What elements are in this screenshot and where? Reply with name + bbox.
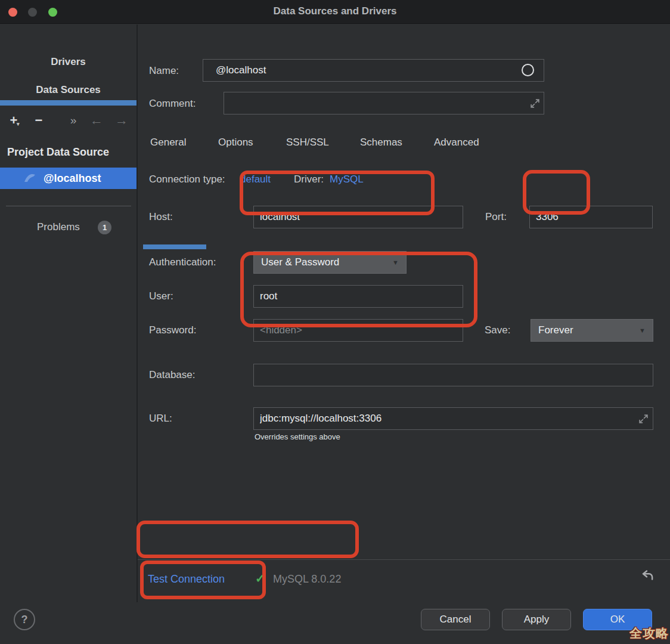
apply-button[interactable]: Apply [502, 609, 571, 630]
general-tab-underline [143, 244, 206, 249]
window-title: Data Sources and Drivers [0, 5, 670, 17]
minus-icon: − [35, 113, 43, 128]
tab-options[interactable]: Options [218, 137, 253, 148]
authentication-select[interactable]: User & Password ▼ [253, 251, 407, 274]
caret-down-icon: ▾ [17, 121, 20, 127]
watermark: 全攻略 [629, 625, 669, 642]
titlebar: Data Sources and Drivers [0, 0, 670, 24]
sidebar-tab-drivers[interactable]: Drivers [0, 56, 137, 68]
forward-button[interactable]: → [113, 113, 131, 128]
port-label: Port: [485, 211, 507, 223]
database-label: Database: [149, 369, 196, 381]
datasource-item-label: @localhost [44, 168, 101, 189]
arrow-left-icon: ← [90, 113, 103, 128]
mysql-icon [23, 171, 37, 185]
connection-status: MySQL 8.0.22 [273, 573, 341, 586]
sidebar-toolbar: + ▾ − » ← → [0, 110, 137, 133]
comment-label: Comment: [149, 98, 196, 110]
user-input[interactable] [253, 285, 463, 308]
chevron-down-icon: ▼ [639, 320, 646, 341]
tab-schemas[interactable]: Schemas [360, 137, 402, 148]
user-label: User: [149, 290, 173, 302]
url-hint: Overrides settings above [255, 432, 340, 441]
port-input[interactable] [529, 206, 653, 228]
sidebar-tab-data-sources[interactable]: Data Sources [0, 84, 137, 96]
save-select[interactable]: Forever ▼ [531, 319, 653, 342]
password-label: Password: [149, 324, 196, 336]
problems-item[interactable]: Problems 1 [0, 220, 137, 237]
url-label: URL: [149, 413, 172, 425]
expand-icon[interactable] [638, 414, 649, 424]
back-button[interactable]: ← [88, 113, 106, 128]
connection-type-label: Connection type: [149, 174, 225, 185]
password-input[interactable] [253, 319, 463, 342]
test-connection-link[interactable]: Test Connection [148, 573, 225, 586]
check-icon: ✓ [255, 571, 265, 586]
footer-separator [138, 559, 670, 560]
database-input[interactable] [253, 364, 653, 386]
host-input[interactable] [253, 206, 463, 228]
cancel-button[interactable]: Cancel [421, 609, 490, 630]
main-panel: Name: Comment: General Options SSH/SSL S… [138, 24, 670, 644]
add-button[interactable]: + ▾ [5, 113, 23, 128]
connection-type-link[interactable]: default [240, 174, 271, 185]
sidebar: Drivers Data Sources + ▾ − » ← → Project… [0, 24, 137, 644]
tab-ssh-ssl[interactable]: SSH/SSL [286, 137, 329, 148]
host-label: Host: [149, 211, 173, 223]
expand-icon[interactable] [530, 98, 540, 109]
authentication-value: User & Password [261, 256, 339, 268]
data-sources-tab-accent [0, 100, 137, 106]
driver-link[interactable]: MySQL [330, 174, 364, 185]
double-chevron-icon: » [70, 114, 77, 126]
problems-label: Problems [37, 221, 80, 233]
project-data-source-header: Project Data Source [7, 146, 136, 159]
tab-advanced[interactable]: Advanced [434, 137, 479, 148]
chevron-down-icon: ▼ [392, 252, 399, 273]
data-sources-dialog: Data Sources and Drivers Drivers Data So… [0, 0, 670, 644]
remove-button[interactable]: − [30, 113, 48, 128]
question-icon: ? [21, 614, 28, 626]
tab-general[interactable]: General [150, 137, 186, 148]
name-label: Name: [149, 65, 179, 77]
help-button[interactable]: ? [14, 609, 35, 630]
url-input[interactable] [253, 407, 653, 430]
form-tabs: General Options SSH/SSL Schemas Advanced [138, 137, 670, 157]
spinner-icon [522, 64, 534, 76]
comment-input[interactable] [224, 92, 544, 114]
more-actions-button[interactable]: » [64, 114, 82, 127]
save-label: Save: [485, 324, 510, 336]
authentication-label: Authentication: [149, 256, 216, 268]
driver-label: Driver: [294, 174, 324, 185]
revert-button[interactable] [640, 569, 653, 583]
sidebar-divider [6, 206, 131, 206]
save-value: Forever [538, 324, 573, 336]
arrow-right-icon: → [115, 113, 128, 128]
datasource-item-localhost[interactable]: @localhost [0, 168, 137, 189]
problems-count-badge: 1 [98, 221, 111, 234]
name-input[interactable] [203, 59, 544, 82]
